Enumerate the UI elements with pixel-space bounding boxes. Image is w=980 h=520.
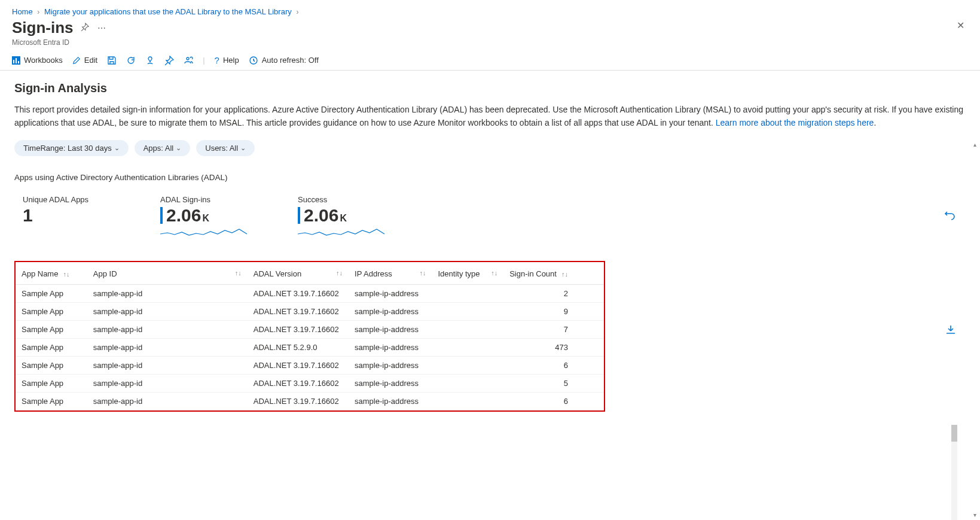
filter-users[interactable]: Users: All⌄ — [196, 140, 255, 156]
svg-rect-1 — [13, 60, 14, 63]
table-row[interactable]: Sample Appsample-app-idADAL.NET 3.19.7.1… — [16, 285, 604, 303]
download-icon[interactable] — [945, 324, 956, 338]
table-row[interactable]: Sample Appsample-app-idADAL.NET 3.19.7.1… — [16, 357, 604, 375]
svg-rect-2 — [16, 58, 17, 63]
pencil-icon — [72, 56, 81, 65]
help-label: Help — [223, 56, 239, 65]
chevron-right-icon: › — [37, 8, 39, 16]
breadcrumb-migrate[interactable]: Migrate your applications that use the A… — [44, 7, 292, 16]
analysis-description: This report provides detailed sign-in in… — [14, 104, 966, 129]
table-row[interactable]: Sample Appsample-app-idADAL.NET 5.2.9.0s… — [16, 339, 604, 357]
question-icon: ? — [215, 55, 219, 65]
auto-refresh-button[interactable]: Auto refresh: Off — [249, 56, 319, 65]
metric-adal-signins: ADAL Sign-ins 2.06 K — [160, 195, 250, 239]
sort-icon: ↑↓ — [419, 269, 426, 276]
table-row[interactable]: Sample Appsample-app-idADAL.NET 3.19.7.1… — [16, 393, 604, 410]
sparkline-icon — [160, 227, 250, 239]
pin-icon[interactable] — [80, 22, 90, 34]
pin-icon — [164, 56, 174, 65]
workbooks-label: Workbooks — [24, 56, 63, 65]
people-button[interactable] — [184, 56, 193, 65]
chevron-down-icon: ⌄ — [176, 144, 181, 152]
scroll-down-icon[interactable]: ▾ — [970, 512, 979, 520]
col-signin-count[interactable]: Sign-in Count↑↓ — [503, 263, 604, 285]
workbook-icon — [12, 56, 20, 65]
sort-icon: ↑↓ — [561, 270, 568, 278]
people-icon — [184, 56, 193, 65]
sort-icon: ↑↓ — [63, 270, 69, 278]
sort-icon: ↑↓ — [336, 269, 343, 276]
pin-toolbar-button[interactable] — [164, 56, 174, 65]
breadcrumb-home[interactable]: Home — [12, 7, 33, 16]
toolbar: Workbooks Edit — [0, 50, 980, 71]
col-adal-version[interactable]: ADAL Version↑↓ — [248, 263, 349, 285]
help-button[interactable]: ? Help — [215, 55, 239, 65]
sparkline-icon — [298, 227, 387, 239]
sort-icon: ↑↓ — [235, 269, 242, 276]
more-icon[interactable]: ⋯ — [96, 22, 107, 34]
section-label: Apps using Active Directory Authenticati… — [14, 173, 966, 182]
filter-apps[interactable]: Apps: All⌄ — [135, 140, 191, 156]
edit-label: Edit — [84, 56, 97, 65]
scroll-up-icon[interactable]: ▴ — [970, 141, 979, 150]
chevron-down-icon: ⌄ — [240, 144, 246, 152]
filter-time-range[interactable]: TimeRange: Last 30 days⌄ — [14, 140, 129, 156]
share-icon — [145, 56, 155, 65]
metric-success: Success 2.06 K — [298, 195, 387, 239]
chevron-down-icon: ⌄ — [114, 144, 120, 152]
col-app-name[interactable]: App Name↑↓ — [16, 263, 87, 285]
learn-more-link[interactable]: Learn more about the migration steps her… — [716, 118, 874, 127]
refresh-button[interactable] — [126, 56, 136, 65]
scrollbar[interactable]: ▴ ▾ — [970, 141, 979, 520]
clock-icon — [249, 56, 258, 65]
table-row[interactable]: Sample Appsample-app-idADAL.NET 3.19.7.1… — [16, 303, 604, 321]
save-button[interactable] — [107, 56, 117, 65]
page-title: Sign-ins — [12, 19, 74, 37]
svg-rect-3 — [18, 61, 19, 63]
refresh-icon — [126, 56, 136, 65]
sort-icon: ↑↓ — [491, 269, 497, 276]
adal-apps-table: App Name↑↓ App ID↑↓ ADAL Version↑↓ IP Ad… — [14, 261, 605, 412]
close-icon[interactable]: ✕ — [957, 20, 964, 31]
col-identity-type[interactable]: Identity type↑↓ — [432, 263, 503, 285]
share-button[interactable] — [145, 56, 155, 65]
save-icon — [107, 56, 117, 65]
analysis-heading: Sign-in Analysis — [14, 81, 966, 95]
undo-icon[interactable] — [944, 208, 956, 223]
col-app-id[interactable]: App ID↑↓ — [87, 263, 248, 285]
auto-refresh-label: Auto refresh: Off — [262, 56, 319, 65]
metric-unique-apps: Unique ADAL Apps 1 — [23, 195, 112, 224]
table-row[interactable]: Sample Appsample-app-idADAL.NET 3.19.7.1… — [16, 321, 604, 339]
breadcrumb: Home › Migrate your applications that us… — [0, 0, 980, 19]
edit-button[interactable]: Edit — [72, 56, 97, 65]
col-ip-address[interactable]: IP Address↑↓ — [349, 263, 432, 285]
table-row[interactable]: Sample Appsample-app-idADAL.NET 3.19.7.1… — [16, 375, 604, 393]
workbooks-button[interactable]: Workbooks — [12, 56, 63, 65]
table-scrollbar-thumb[interactable] — [951, 425, 957, 442]
chevron-right-icon: › — [296, 8, 298, 16]
page-subtitle: Microsoft Entra ID — [12, 38, 968, 47]
